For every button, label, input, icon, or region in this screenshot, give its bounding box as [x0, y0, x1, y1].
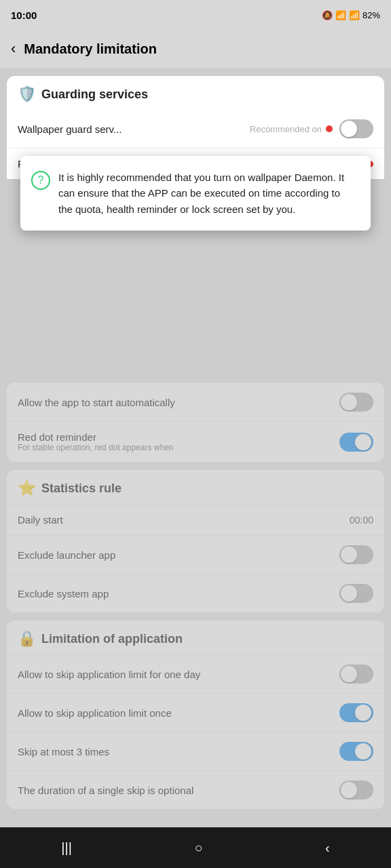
svg-text:?: ?	[38, 174, 44, 186]
home-button[interactable]: ○	[181, 833, 216, 863]
wallpaper-guard-label: Wallpaper guard serv...	[18, 123, 250, 135]
back-button[interactable]: ‹	[11, 40, 16, 58]
mute-icon: 🔕	[322, 10, 333, 20]
top-bar: ‹ Mandatory limitation	[0, 30, 391, 68]
dialog-popup: ? It is highly recommended that you turn…	[20, 156, 371, 231]
dialog-question-icon: ?	[31, 171, 50, 195]
back-nav-button[interactable]: ‹	[312, 833, 343, 863]
bottom-nav: ||| ○ ‹	[0, 827, 391, 868]
signal-icon: 📶	[349, 10, 360, 20]
battery-text: 82%	[362, 10, 380, 20]
status-time: 10:00	[11, 9, 37, 21]
wallpaper-recommended: Recommended on	[250, 124, 322, 134]
wallpaper-guard-row[interactable]: Wallpaper guard serv... Recommended on	[7, 110, 384, 149]
guarding-section-header: 🛡️ Guarding services	[7, 76, 384, 110]
page-title: Mandatory limitation	[24, 41, 157, 57]
recents-button[interactable]: |||	[48, 833, 86, 863]
shield-icon: 🛡️	[18, 85, 36, 103]
wallpaper-guard-toggle[interactable]	[339, 119, 373, 138]
wifi-icon: 📶	[335, 10, 346, 20]
main-content: 🛡️ Guarding services Wallpaper guard ser…	[0, 68, 391, 827]
status-icons: 🔕 📶 📶 82%	[322, 10, 380, 20]
status-bar: 10:00 🔕 📶 📶 82%	[0, 0, 391, 30]
wallpaper-red-dot	[326, 125, 333, 132]
dialog-message: It is highly recommended that you turn o…	[58, 170, 357, 217]
guarding-section-title: Guarding services	[41, 87, 148, 102]
